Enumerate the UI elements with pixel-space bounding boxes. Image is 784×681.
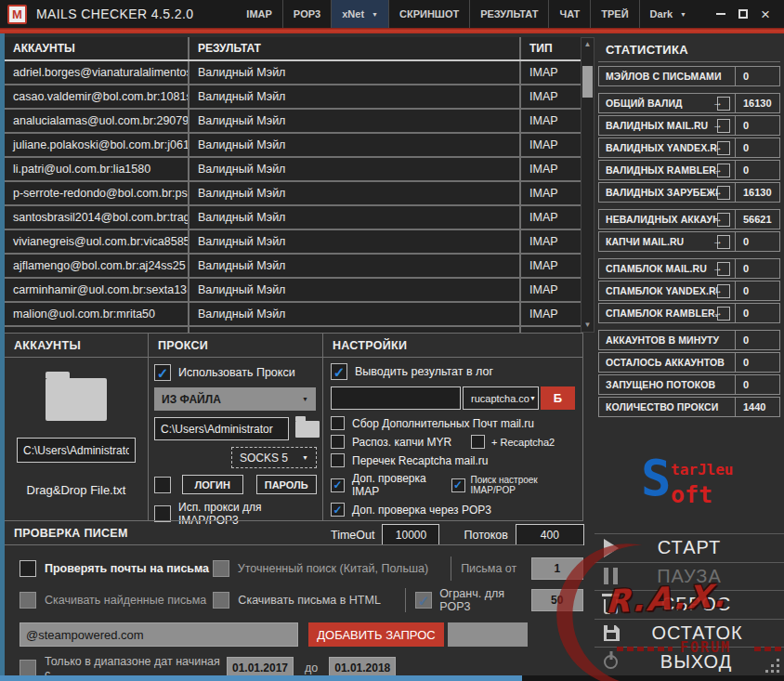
menu-item[interactable]: POP3 ▼ bbox=[282, 0, 331, 28]
myr-captcha-checkbox[interactable] bbox=[331, 435, 345, 449]
arrow-right-icon: → bbox=[712, 141, 723, 152]
pause-button[interactable]: ПАУЗА bbox=[595, 562, 784, 591]
download-html-checkbox[interactable] bbox=[213, 592, 229, 609]
exit-button[interactable]: ВЫХОД bbox=[595, 647, 784, 675]
reset-button[interactable]: СБРОС bbox=[595, 590, 784, 619]
maximize-button[interactable] bbox=[732, 4, 754, 24]
log-checkbox[interactable] bbox=[331, 363, 347, 380]
table-row[interactable]: ajflamengo@bol.com.br:aj24ss25 Валидный … bbox=[5, 255, 581, 279]
collect-mail-checkbox[interactable] bbox=[331, 416, 345, 430]
stat-row: ЗАПУЩЕНО ПОТОКОВ → 0 bbox=[598, 374, 780, 395]
table-row[interactable]: vivianegreis@uol.com.br:vica8585 Валидны… bbox=[5, 230, 581, 255]
table-row[interactable]: malion@uol.com.br:mrita50 Валидный Мэйл … bbox=[5, 303, 581, 327]
export-icon[interactable]: → bbox=[717, 235, 730, 249]
export-icon[interactable]: → bbox=[717, 284, 730, 298]
imap-check-label: Доп. проверка IMAP bbox=[352, 472, 448, 498]
browse-folder-icon[interactable] bbox=[295, 421, 320, 438]
menu-item[interactable]: ЧАТ ▼ bbox=[548, 0, 590, 28]
query-input[interactable] bbox=[20, 622, 298, 647]
title-bar: M MAILS CHECKER 4.5.2.0 IMAP ▼ POP3 ▼ xN… bbox=[0, 0, 784, 28]
letters-panel: ПРОВЕРКА ПИСЕМ Проверять почты на письма… bbox=[5, 520, 583, 675]
export-icon[interactable]: → bbox=[717, 164, 730, 177]
table-row[interactable]: carminhamir@uol.com.br:sexta13@ Валидный… bbox=[5, 279, 581, 303]
menu-item-label: POP3 bbox=[294, 8, 320, 20]
column-header-accounts[interactable]: АККАУНТЫ bbox=[5, 37, 189, 59]
close-button[interactable]: × bbox=[754, 4, 777, 24]
add-query-button[interactable]: ДОБАВИТЬ ЗАПРОС bbox=[308, 622, 444, 647]
stat-label: ВАЛИДНЫХ MAIL.RU bbox=[599, 120, 717, 131]
imap-check-checkbox[interactable] bbox=[331, 478, 345, 492]
stat-label: КАПЧИ MAIL.RU bbox=[599, 236, 717, 247]
pop3-limit-checkbox[interactable] bbox=[415, 592, 432, 609]
accounts-path-input[interactable] bbox=[17, 438, 136, 463]
table-row[interactable]: santosbrasil2014@bol.com.br:trag76 Валид… bbox=[5, 206, 581, 230]
collect-mail-label: Сбор Дополнительных Почт mail.ru bbox=[352, 417, 534, 430]
stat-row: ВАЛИДНЫХ RAMBLER.RU → 0 bbox=[598, 160, 780, 180]
remainder-button[interactable]: ОСТАТОК bbox=[595, 619, 784, 648]
account-cell: casao.valdemir@bol.com.br:1081se4 bbox=[5, 85, 189, 108]
table-row[interactable]: adriel.borges@vianaturalalimentos.c Вали… bbox=[5, 61, 581, 85]
table-row[interactable]: analucialamas@uol.com.br:290793al Валидн… bbox=[5, 110, 581, 134]
captcha-key-input[interactable] bbox=[331, 386, 461, 410]
account-cell: malion@uol.com.br:mrita50 bbox=[5, 303, 189, 325]
download-found-checkbox[interactable] bbox=[20, 592, 36, 609]
menu-item[interactable]: СКРИНШОТ ▼ bbox=[388, 0, 469, 28]
table-scrollbar[interactable]: ▲ ▼ bbox=[581, 37, 595, 333]
stat-label: ВАЛИДНЫХ RAMBLER.RU bbox=[599, 164, 717, 176]
recheck-recaptcha-checkbox[interactable] bbox=[331, 453, 345, 467]
type-cell: IMAP bbox=[521, 85, 581, 108]
menu-item[interactable]: xNet ▼ bbox=[331, 0, 388, 28]
password-button[interactable]: ПАРОЛЬ bbox=[256, 475, 318, 494]
export-icon[interactable]: → bbox=[717, 262, 730, 276]
export-icon[interactable]: → bbox=[717, 213, 730, 227]
date-range-checkbox[interactable] bbox=[20, 660, 36, 676]
type-cell: IMAP bbox=[521, 158, 581, 180]
start-label: СТАРТ bbox=[595, 537, 784, 558]
maximize-icon bbox=[738, 9, 748, 19]
menu-item[interactable]: РЕЗУЛЬТАТ ▼ bbox=[469, 0, 548, 28]
start-button[interactable]: СТАРТ bbox=[595, 533, 784, 562]
refined-search-checkbox[interactable] bbox=[213, 560, 229, 577]
export-icon[interactable]: → bbox=[717, 186, 730, 200]
table-row[interactable]: li.patri@uol.com.br:lia1580 Валидный Мэй… bbox=[5, 158, 581, 182]
stat-label: ОБЩИЙ ВАЛИД bbox=[599, 98, 717, 109]
proxy-source-dropdown[interactable]: ИЗ ФАЙЛА ▼ bbox=[154, 387, 316, 411]
export-icon[interactable]: → bbox=[717, 119, 730, 133]
table-row[interactable]: p-serrote-redondo@bol.com.br:ps24 Валидн… bbox=[5, 182, 581, 206]
recaptcha2-checkbox[interactable] bbox=[471, 435, 485, 449]
balance-button[interactable]: Б bbox=[541, 386, 575, 410]
scroll-down-icon[interactable]: ▼ bbox=[584, 319, 592, 332]
resize-grip-icon[interactable] bbox=[777, 670, 779, 673]
check-letters-checkbox[interactable] bbox=[20, 560, 36, 577]
chevron-down-icon: ▼ bbox=[529, 395, 536, 401]
captcha-service-value: rucaptcha.co bbox=[471, 393, 529, 404]
scrollbar-thumb[interactable] bbox=[582, 66, 593, 98]
proxy-path-input[interactable] bbox=[154, 417, 289, 440]
letters-from-input[interactable]: 1 bbox=[531, 557, 583, 580]
arrow-right-icon: → bbox=[712, 262, 723, 273]
menu-item[interactable]: IMAP ▼ bbox=[236, 0, 282, 28]
scroll-up-icon[interactable]: ▲ bbox=[584, 38, 592, 51]
column-header-type[interactable]: ТИП bbox=[521, 37, 581, 59]
table-row[interactable]: juliane.polakoski@bol.com.br:j06121 Вали… bbox=[5, 134, 581, 158]
stat-row: ВАЛИДНЫХ YANDEX.RU → 0 bbox=[598, 138, 780, 158]
pop3-limit-input[interactable]: 50 bbox=[531, 589, 583, 611]
pop3-check-checkbox[interactable] bbox=[331, 503, 345, 517]
menu-item[interactable]: Dark ▼ bbox=[639, 0, 697, 28]
stat-row: ВАЛИДНЫХ ЗАРУБЕЖНЫХ → 16130 bbox=[598, 182, 780, 203]
menu-item[interactable]: ТРЕЙ ▼ bbox=[590, 0, 638, 28]
login-button[interactable]: ЛОГИН bbox=[182, 475, 243, 494]
query-extra-button[interactable] bbox=[448, 622, 528, 647]
export-icon[interactable]: → bbox=[717, 97, 730, 111]
export-icon[interactable]: → bbox=[717, 307, 730, 321]
proxy-auth-checkbox[interactable] bbox=[154, 477, 171, 493]
captcha-service-dropdown[interactable]: rucaptcha.co ▼ bbox=[463, 386, 539, 410]
imap-settings-checkbox[interactable] bbox=[451, 478, 465, 492]
column-header-result[interactable]: РЕЗУЛЬТАТ bbox=[189, 37, 521, 59]
accounts-dropzone[interactable]: Drag&Drop File.txt bbox=[5, 358, 148, 497]
table-row[interactable]: casao.valdemir@bol.com.br:1081se4 Валидн… bbox=[5, 85, 581, 110]
export-icon[interactable]: → bbox=[717, 141, 730, 155]
proxy-type-dropdown[interactable]: SOCKS 5 ▼ bbox=[231, 447, 317, 468]
minimize-button[interactable] bbox=[710, 4, 732, 24]
use-proxy-checkbox[interactable] bbox=[154, 364, 171, 381]
